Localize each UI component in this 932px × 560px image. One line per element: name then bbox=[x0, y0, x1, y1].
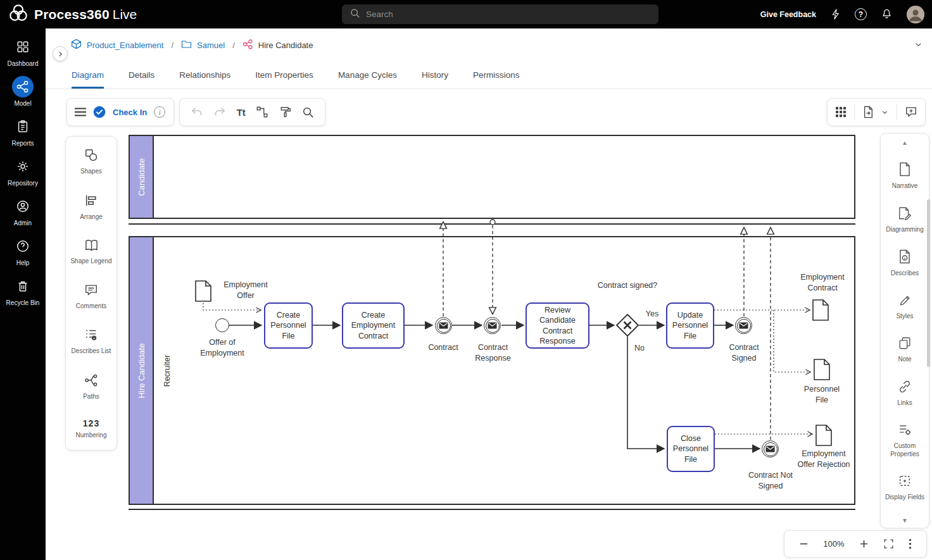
zoom-in-icon[interactable] bbox=[859, 539, 869, 549]
tool-comments[interactable]: Comments bbox=[66, 283, 116, 311]
notifications-bell-icon[interactable] bbox=[881, 8, 893, 21]
lightning-icon[interactable] bbox=[830, 8, 841, 21]
breadcrumb: Product_Enablement / Samuel / Hire Candi… bbox=[71, 39, 313, 51]
panel-item-note[interactable]: Note bbox=[881, 336, 929, 364]
tool-shapes[interactable]: Shapes bbox=[66, 148, 116, 176]
format-painter-icon[interactable] bbox=[279, 106, 292, 118]
tab-history[interactable]: History bbox=[422, 61, 448, 89]
fullscreen-icon[interactable] bbox=[883, 538, 894, 549]
tool-label: Shape Legend bbox=[70, 258, 113, 266]
message-event-contract[interactable] bbox=[435, 317, 452, 334]
chevron-down-icon[interactable] bbox=[881, 108, 889, 116]
label-employment-offer-rejection: Employment Offer Rejection bbox=[792, 449, 855, 470]
tool-numbering[interactable]: 123 Numbering bbox=[66, 418, 116, 440]
connector-tool-icon[interactable] bbox=[256, 106, 268, 118]
pool-hire-candidate-header[interactable]: Hire Candidate bbox=[130, 237, 154, 504]
tab-diagram[interactable]: Diagram bbox=[72, 61, 104, 89]
tab-manage-cycles[interactable]: Manage Cycles bbox=[338, 61, 397, 89]
scroll-down-icon[interactable]: ▼ bbox=[902, 518, 908, 524]
text-style-tool[interactable]: Tt bbox=[237, 107, 246, 118]
data-object-employment-offer-rejection[interactable] bbox=[816, 425, 832, 449]
breadcrumb-item-samuel[interactable]: Samuel bbox=[197, 40, 225, 50]
tool-paths[interactable]: Paths bbox=[66, 373, 116, 401]
search-input[interactable] bbox=[366, 9, 651, 19]
checkin-toolbar: Check In i bbox=[66, 98, 174, 126]
gateway-contract-signed[interactable] bbox=[615, 313, 639, 340]
panel-item-display-fields[interactable]: Display Fields bbox=[881, 474, 929, 502]
grid-view-icon[interactable] bbox=[835, 106, 847, 118]
tool-describes-list[interactable]: Describes List bbox=[66, 328, 116, 356]
zoom-out-icon[interactable] bbox=[799, 539, 809, 549]
envelope-icon bbox=[765, 445, 775, 452]
lane-recruiter[interactable]: Recruiter bbox=[159, 237, 175, 504]
redo-icon[interactable] bbox=[213, 106, 226, 118]
panel-label: Narrative bbox=[883, 182, 926, 190]
task-label: Create Employment Contract bbox=[346, 310, 401, 341]
sidebar-item-model[interactable]: Model bbox=[0, 76, 46, 107]
zoom-search-icon[interactable] bbox=[302, 106, 314, 118]
vertical-scrollbar[interactable] bbox=[927, 199, 930, 367]
panel-label: Display Fields bbox=[883, 494, 926, 502]
diagramming-icon bbox=[898, 206, 912, 223]
scroll-up-icon[interactable]: ▲ bbox=[902, 140, 908, 146]
task-create-personnel-file[interactable]: Create Personnel File bbox=[264, 302, 313, 349]
message-event-contract-response[interactable] bbox=[484, 317, 501, 334]
label-contract-signed: Contract Signed bbox=[717, 342, 771, 364]
tab-permissions[interactable]: Permissions bbox=[473, 61, 520, 89]
panel-item-styles[interactable]: Styles bbox=[881, 294, 929, 321]
kebab-menu-icon[interactable] bbox=[909, 538, 912, 549]
message-event-contract-signed[interactable] bbox=[735, 317, 752, 334]
sidebar-item-help[interactable]: Help bbox=[0, 235, 46, 266]
pool-separator bbox=[129, 509, 855, 510]
task-review-candidate-contract-response[interactable]: Review Candidate Contract Response bbox=[526, 302, 589, 349]
give-feedback-link[interactable]: Give Feedback bbox=[760, 10, 816, 19]
data-object-employment-contract[interactable] bbox=[812, 299, 829, 323]
sidebar-item-repository[interactable]: Repository bbox=[0, 156, 46, 187]
task-close-personnel-file[interactable]: Close Personnel File bbox=[667, 426, 715, 472]
label-employment-contract: Employment Contract bbox=[791, 272, 854, 294]
help-icon[interactable]: ? bbox=[855, 8, 867, 20]
info-icon[interactable]: i bbox=[154, 106, 165, 118]
panel-item-describes[interactable]: Describes bbox=[881, 249, 929, 278]
start-event-offer-of-employment[interactable] bbox=[215, 318, 229, 332]
pool-candidate[interactable]: Candidate bbox=[129, 135, 855, 219]
panel-item-custom-properties[interactable]: Custom Properties bbox=[881, 423, 929, 458]
global-search[interactable] bbox=[342, 4, 658, 24]
tool-shape-legend[interactable]: Shape Legend bbox=[66, 239, 116, 266]
narrative-doc-icon bbox=[898, 162, 911, 179]
undo-icon[interactable] bbox=[191, 106, 203, 118]
tool-label: Comments bbox=[70, 302, 113, 311]
tool-label: Describes List bbox=[70, 347, 113, 356]
sidebar-item-admin[interactable]: Admin bbox=[0, 196, 46, 227]
bpmn-diagram-canvas[interactable]: Candidate Hire Candidate Recruiter bbox=[129, 135, 858, 512]
pool-candidate-header[interactable]: Candidate bbox=[130, 136, 154, 218]
hamburger-menu-icon[interactable] bbox=[75, 108, 86, 116]
task-create-employment-contract[interactable]: Create Employment Contract bbox=[342, 302, 405, 349]
toolbar-divider bbox=[854, 104, 855, 120]
panel-label: Styles bbox=[883, 313, 926, 321]
user-avatar[interactable] bbox=[907, 6, 924, 23]
breadcrumb-item-product-enablement[interactable]: Product_Enablement bbox=[87, 40, 163, 50]
chevron-down-icon[interactable] bbox=[914, 40, 923, 52]
tab-details[interactable]: Details bbox=[129, 61, 154, 89]
panel-item-narrative[interactable]: Narrative bbox=[881, 162, 929, 190]
tool-label: Numbering bbox=[70, 432, 113, 440]
panel-collapse-button[interactable] bbox=[53, 46, 68, 61]
check-in-button[interactable]: Check In bbox=[113, 108, 147, 117]
data-object-employment-offer[interactable] bbox=[195, 280, 211, 304]
add-comment-icon[interactable] bbox=[905, 106, 917, 118]
sidebar-item-recycle-bin[interactable]: Recycle Bin bbox=[0, 275, 46, 306]
app-logo[interactable]: Process360 Live bbox=[0, 3, 137, 26]
panel-item-diagramming[interactable]: Diagramming bbox=[881, 206, 929, 234]
export-document-icon[interactable] bbox=[862, 106, 874, 118]
task-update-personnel-file[interactable]: Update Personnel File bbox=[666, 302, 714, 349]
panel-item-links[interactable]: Links bbox=[881, 380, 929, 408]
tab-item-properties[interactable]: Item Properties bbox=[255, 61, 313, 89]
data-object-personnel-file[interactable] bbox=[814, 359, 830, 383]
pool-hire-candidate[interactable]: Hire Candidate Recruiter bbox=[129, 236, 855, 505]
tool-arrange[interactable]: Arrange bbox=[66, 194, 116, 221]
tab-relationships[interactable]: Relationships bbox=[179, 61, 230, 89]
message-event-contract-not-signed[interactable] bbox=[762, 440, 779, 457]
sidebar-item-reports[interactable]: Reports bbox=[0, 116, 46, 147]
sidebar-item-dashboard[interactable]: Dashboard bbox=[0, 36, 46, 67]
